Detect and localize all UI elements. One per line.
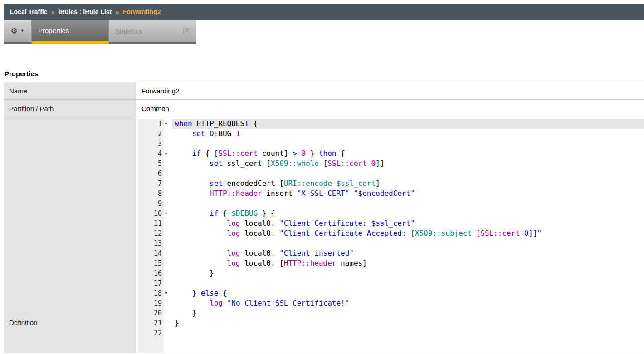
code-line[interactable]: } else { [172, 288, 644, 298]
code-token [175, 179, 210, 188]
code-line[interactable]: if { [SSL::cert count] > 0 } then { [172, 149, 644, 159]
line-number: 21 [138, 318, 162, 328]
gutter-line: 17 [138, 278, 172, 288]
code-line[interactable]: } [172, 318, 644, 328]
gutter-line: 15 [138, 258, 172, 268]
code-token: [X509::subject [410, 229, 472, 238]
code-token: URI::encode [284, 179, 332, 188]
line-number: 8 [138, 189, 162, 199]
gear-menu-button[interactable]: ⚙ ▼ [4, 20, 32, 44]
breadcrumb-separator: » [115, 8, 119, 16]
code-token: log [227, 219, 240, 228]
code-token: [ [319, 159, 327, 168]
code-token: log [227, 249, 240, 257]
code-token: log [227, 229, 240, 238]
code-line[interactable] [172, 238, 644, 248]
line-number: 9 [138, 199, 162, 209]
breadcrumb-item-irule-list[interactable]: iRules : iRule List [59, 8, 112, 15]
gutter-line: 2 [138, 129, 172, 139]
code-line[interactable] [172, 139, 644, 149]
gutter-line: 4▾ [138, 149, 172, 159]
fold-arrow-icon[interactable]: ▾ [162, 209, 170, 218]
partition-label: Partition / Path [4, 100, 136, 117]
code-token: names] [336, 259, 366, 267]
code-token [175, 149, 192, 158]
line-number: 4 [138, 149, 162, 159]
fold-arrow-icon[interactable]: ▾ [162, 149, 170, 159]
code-token: local0. [240, 229, 280, 238]
breadcrumb-item-local-traffic[interactable]: Local Traffic [10, 8, 47, 15]
code-token: "No Client SSL Certificate!" [227, 299, 350, 307]
code-line[interactable]: } [172, 268, 644, 278]
gutter-line: 19 [138, 298, 172, 308]
code-token: HTTP::header [284, 259, 337, 267]
code-line[interactable]: set encodedCert [URI::encode $ssl_cert] [172, 179, 644, 189]
line-number: 3 [138, 139, 162, 149]
code-token: } [175, 269, 214, 277]
line-number: 6 [138, 169, 162, 179]
gutter-line: 8 [138, 189, 172, 199]
gutter-line: 1▾ [138, 119, 172, 129]
line-number: 1 [138, 119, 162, 129]
gutter-line: 5 [138, 159, 172, 169]
gutter-line: 14 [138, 248, 172, 258]
section-title: Properties [5, 70, 644, 78]
tab-statistics[interactable]: Statistics [109, 20, 196, 44]
code-token: when [175, 119, 192, 128]
code-token [332, 179, 337, 188]
code-line[interactable]: if { $DEBUG } { [172, 209, 644, 218]
table-row-definition: Definition 1▾234▾5678910▾111213141516171… [4, 117, 644, 353]
code-line[interactable]: HTTP::header insert "X-SSL-CERT" "$encod… [172, 189, 644, 199]
code-token: 0 [371, 159, 376, 168]
code-line[interactable] [172, 328, 644, 338]
gutter-line: 12 [138, 228, 172, 238]
code-line[interactable]: log local0. "Client Certificate Accepted… [172, 228, 644, 238]
editor-code[interactable]: when HTTP_REQUEST { set DEBUG 1 if { [SS… [172, 119, 644, 353]
line-number: 11 [138, 218, 162, 228]
partition-value: Common [136, 100, 644, 117]
code-token: count] [258, 149, 293, 158]
code-line[interactable]: log local0. "Client inserted" [172, 248, 644, 258]
code-line[interactable]: when HTTP_REQUEST { [172, 119, 644, 129]
line-number: 12 [138, 228, 162, 238]
code-token: [SSL::cert [476, 229, 520, 238]
code-token: 1 [236, 129, 240, 138]
code-token: X509::whole [271, 159, 319, 168]
tab-properties[interactable]: Properties [32, 20, 109, 44]
code-token: if [210, 209, 218, 218]
breadcrumb: Local Traffic » iRules : iRule List » Fo… [4, 4, 644, 20]
fold-arrow-icon[interactable]: ▾ [162, 288, 170, 298]
code-line[interactable]: log local0. [HTTP::header names] [172, 258, 644, 268]
code-line[interactable]: set DEBUG 1 [172, 129, 644, 139]
code-editor[interactable]: 1▾234▾5678910▾1112131415161718▾19202122 … [138, 119, 644, 353]
properties-table: Name Forwarding2 Partition / Path Common… [4, 82, 644, 353]
code-token: 0]]" [520, 229, 542, 238]
code-token [175, 209, 210, 218]
code-line[interactable] [172, 169, 644, 179]
code-token: set [210, 179, 223, 188]
chevron-down-icon: ▼ [20, 29, 24, 33]
line-number: 20 [138, 308, 162, 318]
gutter-line: 3 [138, 139, 172, 149]
gutter-line: 13 [138, 238, 172, 248]
gutter-line: 18▾ [138, 288, 172, 298]
code-line[interactable]: log "No Client SSL Certificate!" [172, 298, 644, 308]
gutter-line: 20 [138, 308, 172, 318]
code-line[interactable] [172, 278, 644, 288]
code-token: local0. [240, 249, 280, 257]
table-row-name: Name Forwarding2 [4, 82, 644, 100]
definition-label: Definition [4, 117, 136, 353]
code-token: } [175, 309, 196, 317]
code-line[interactable]: set ssl_cert [X509::whole [SSL::cert 0]] [172, 159, 644, 169]
code-line[interactable]: log local0. "Client Certificate: $ssl_ce… [172, 218, 644, 228]
code-line[interactable] [172, 199, 644, 209]
code-token: ssl_cert [ [223, 159, 271, 168]
fold-arrow-icon[interactable]: ▾ [162, 119, 170, 129]
code-token: SSL::cert [327, 159, 367, 168]
code-token: "X-SSL-CERT" [297, 189, 350, 198]
code-line[interactable]: } [172, 308, 644, 318]
code-token: SSL::cert [218, 149, 258, 158]
gutter-line: 22 [138, 328, 172, 338]
code-token: set [192, 129, 205, 138]
code-token: "Client Certificate: $ssl_cert" [279, 219, 415, 228]
